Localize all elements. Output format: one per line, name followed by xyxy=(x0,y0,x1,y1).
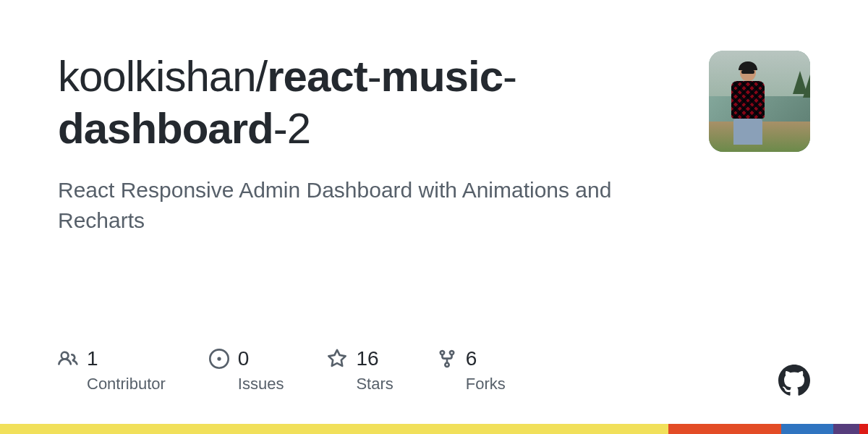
stat-value: 6 xyxy=(466,347,477,370)
repo-name-part: react xyxy=(267,52,367,101)
issue-icon xyxy=(209,349,229,369)
stat-value: 0 xyxy=(238,347,250,370)
stat-label: Forks xyxy=(466,375,506,393)
fork-icon xyxy=(437,349,457,369)
star-icon xyxy=(327,349,347,369)
stat-contributors[interactable]: 1 Contributor xyxy=(58,347,166,393)
stat-forks[interactable]: 6 Forks xyxy=(437,347,506,393)
stat-value: 1 xyxy=(87,347,98,370)
repo-description: React Responsive Admin Dashboard with An… xyxy=(58,175,651,236)
language-segment xyxy=(781,424,833,434)
stat-value: 16 xyxy=(356,347,378,370)
repo-name-part: dashboard xyxy=(58,104,273,153)
stat-label: Contributor xyxy=(87,375,166,393)
repo-owner[interactable]: koolkishan xyxy=(58,52,256,101)
repo-name-part: music xyxy=(381,52,503,101)
stat-label: Issues xyxy=(238,375,284,393)
stat-issues[interactable]: 0 Issues xyxy=(209,347,284,393)
language-bar xyxy=(0,424,868,434)
repo-title: koolkishan/react-music-dashboard-2 xyxy=(58,51,651,155)
avatar[interactable] xyxy=(709,51,810,152)
language-segment xyxy=(0,424,668,434)
repo-name-part: 2 xyxy=(287,104,310,153)
language-segment xyxy=(859,424,868,434)
language-segment xyxy=(833,424,859,434)
github-logo-icon[interactable] xyxy=(778,365,810,399)
stat-label: Stars xyxy=(356,375,393,393)
people-icon xyxy=(58,349,78,369)
stat-stars[interactable]: 16 Stars xyxy=(327,347,393,393)
language-segment xyxy=(668,424,781,434)
stats-row: 1 Contributor 0 Issues 16 Stars 6 Forks xyxy=(58,347,506,393)
